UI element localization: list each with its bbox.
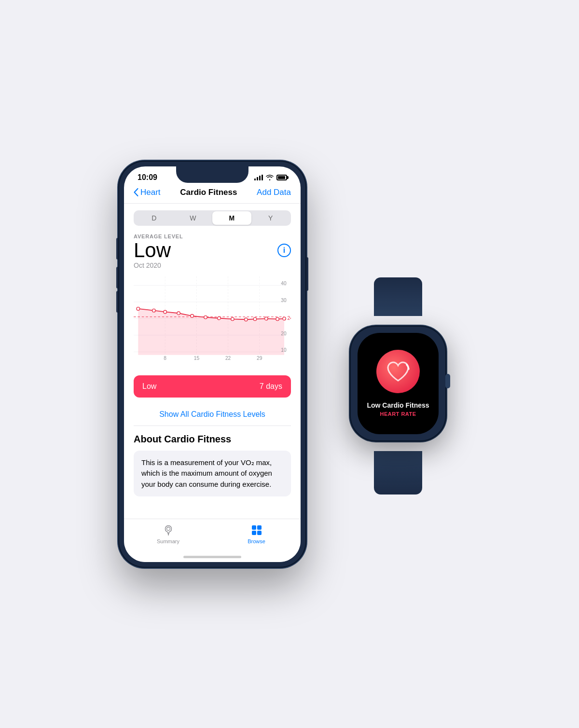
nav-title: Cardio Fitness [180,188,237,197]
back-button[interactable]: Heart [134,188,161,197]
about-card: This is a measurement of your VO₂ max, w… [134,451,291,497]
avg-value-row: Low i [134,240,291,261]
svg-text:29: 29 [257,356,262,361]
cardio-chart: 24 40 30 20 10 8 15 22 29 [134,273,291,370]
wifi-icon [266,175,274,180]
watch-case: Low Cardio Fitness HEART RATE [350,326,446,441]
watch-title: Low Cardio Fitness [367,401,429,410]
svg-rect-34 [252,531,256,535]
tab-summary[interactable]: Summary [124,524,212,544]
watch-heart-icon [376,350,420,393]
about-title: About Cardio Fitness [134,434,291,445]
svg-rect-35 [257,531,262,535]
svg-text:10: 10 [281,347,287,353]
battery-icon [276,175,287,180]
svg-point-10 [137,307,140,310]
svg-text:8: 8 [164,356,166,361]
watch-subtitle: HEART RATE [367,411,429,417]
home-indicator [183,556,241,558]
iphone-notch [176,166,248,183]
watch-notification-text: Low Cardio Fitness HEART RATE [367,401,429,416]
svg-text:24: 24 [288,316,291,321]
svg-point-16 [218,316,221,320]
summary-tab-label: Summary [157,538,179,544]
show-all-button[interactable]: Show All Cardio Fitness Levels [134,403,291,426]
svg-point-17 [231,317,234,321]
scene: 10:09 [118,161,461,568]
iphone-screen: 10:09 [124,166,301,562]
svg-point-21 [276,317,279,321]
watch-screen: Low Cardio Fitness HEART RATE [358,333,439,434]
signal-icon [254,175,263,180]
svg-point-11 [152,309,156,312]
watch-crown [445,374,450,388]
apple-watch-device: Low Cardio Fitness HEART RATE [335,306,461,461]
browse-tab-label: Browse [248,538,265,544]
svg-text:40: 40 [281,281,287,286]
iphone-device: 10:09 [118,161,306,568]
about-text: This is a measurement of your VO₂ max, w… [141,457,283,490]
segment-day[interactable]: D [135,211,174,225]
svg-point-22 [283,317,286,320]
summary-card: Low 7 days [134,375,291,398]
date-label: Oct 2020 [134,261,291,269]
svg-text:15: 15 [194,356,200,361]
add-data-button[interactable]: Add Data [257,188,291,197]
svg-point-15 [204,316,207,319]
svg-point-12 [164,310,167,314]
tab-bar: Summary Browse [124,519,301,562]
summary-days-label: 7 days [260,382,282,391]
heart-icon [386,360,411,383]
svg-point-18 [245,318,248,321]
tab-browse[interactable]: Browse [212,524,301,544]
summary-tab-icon [162,524,175,536]
time-segment-control[interactable]: D W M Y [134,210,291,226]
segment-week[interactable]: W [174,211,213,225]
svg-rect-33 [257,525,262,530]
svg-point-13 [177,311,180,315]
svg-point-19 [253,317,257,321]
chevron-left-icon [134,188,138,196]
segment-year[interactable]: Y [251,211,290,225]
status-icons [254,175,287,180]
svg-rect-32 [252,525,256,530]
svg-text:22: 22 [225,356,231,361]
segment-month[interactable]: M [212,211,251,225]
watch-band-bottom [374,451,422,494]
svg-point-14 [191,314,194,317]
content-area: AVERAGE LEVEL Low i Oct 2020 [124,226,301,370]
status-time: 10:09 [138,173,157,182]
avg-value: Low [134,240,171,261]
avg-level-label: AVERAGE LEVEL [134,234,291,239]
about-section: About Cardio Fitness This is a measureme… [124,426,301,497]
summary-level-label: Low [142,382,156,391]
watch-band-top [374,277,422,316]
browse-tab-icon [250,524,263,536]
info-button[interactable]: i [277,244,291,257]
svg-text:30: 30 [281,297,287,302]
svg-text:20: 20 [281,330,287,336]
svg-point-20 [265,317,268,320]
chart-container: 24 40 30 20 10 8 15 22 29 [134,273,291,370]
nav-bar: Heart Cardio Fitness Add Data [124,184,301,204]
